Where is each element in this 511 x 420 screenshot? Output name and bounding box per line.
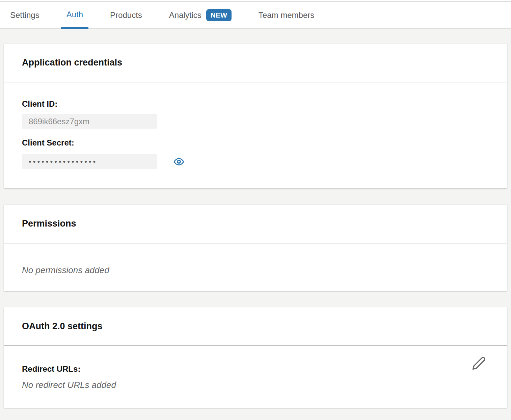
tab-team-members[interactable]: Team members	[253, 2, 320, 29]
oauth-settings-header: OAuth 2.0 settings	[4, 307, 507, 346]
tab-settings-label: Settings	[10, 10, 39, 20]
client-id-label: Client ID:	[22, 99, 489, 109]
permissions-card: Permissions No permissions added	[4, 205, 507, 291]
client-secret-label: Client Secret:	[22, 138, 489, 148]
redirect-urls-label: Redirect URLs:	[22, 364, 489, 374]
page-content: Application credentials Client ID: Clien…	[0, 29, 511, 420]
application-credentials-card: Application credentials Client ID: Clien…	[4, 44, 507, 188]
oauth-settings-title: OAuth 2.0 settings	[22, 321, 103, 332]
tab-team-members-label: Team members	[259, 10, 314, 20]
permissions-header: Permissions	[4, 205, 507, 243]
permissions-title: Permissions	[22, 218, 76, 229]
pencil-icon	[472, 366, 486, 371]
tab-products[interactable]: Products	[105, 2, 147, 29]
permissions-body: No permissions added	[4, 243, 507, 291]
client-id-field[interactable]	[22, 114, 157, 129]
tab-settings[interactable]: Settings	[5, 2, 45, 29]
oauth-settings-card: OAuth 2.0 settings Redirect URLs: No red…	[4, 307, 507, 408]
reveal-secret-button[interactable]	[172, 156, 185, 167]
tab-auth[interactable]: Auth	[61, 2, 88, 29]
tab-auth-label: Auth	[66, 10, 83, 19]
client-secret-field[interactable]	[22, 154, 157, 169]
tab-analytics-label: Analytics	[169, 10, 201, 20]
oauth-settings-body: Redirect URLs: No redirect URLs added	[4, 346, 507, 408]
application-credentials-body: Client ID: Client Secret:	[4, 82, 507, 188]
edit-redirect-urls-button[interactable]	[472, 356, 486, 370]
eye-icon	[172, 163, 185, 168]
application-credentials-title: Application credentials	[22, 57, 122, 68]
tab-analytics[interactable]: Analytics NEW	[164, 2, 237, 29]
tab-bar: Settings Auth Products Analytics NEW Tea…	[0, 1, 511, 29]
application-credentials-header: Application credentials	[4, 44, 507, 82]
new-badge: NEW	[206, 9, 232, 21]
redirect-urls-empty-text: No redirect URLs added	[22, 380, 489, 390]
tab-products-label: Products	[110, 10, 142, 20]
tab-list: Settings Auth Products Analytics NEW Tea…	[0, 2, 511, 29]
client-secret-row	[22, 154, 489, 169]
permissions-empty-text: No permissions added	[22, 265, 489, 275]
